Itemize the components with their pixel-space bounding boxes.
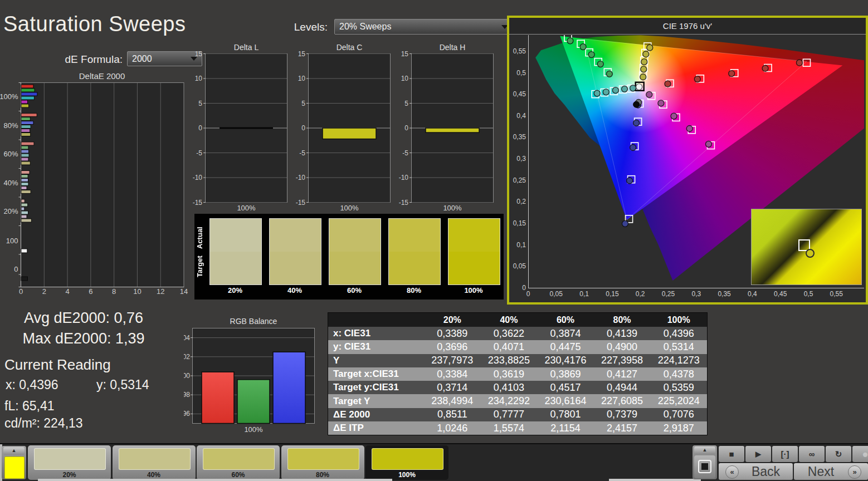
svg-text:Delta L: Delta L <box>234 43 259 52</box>
bottom-strip <box>38 479 392 481</box>
svg-text:-5: -5 <box>196 149 202 157</box>
measure-once-button[interactable]: [·] <box>772 446 798 462</box>
cie-measured-dot-red <box>762 65 768 71</box>
deltae-bar <box>21 89 35 92</box>
cie-chart-title: CIE 1976 u'v' <box>509 18 866 35</box>
current-reading-heading: Current Reading <box>4 356 111 374</box>
cie-y-tick: 0,4 <box>510 112 526 120</box>
inset-measured-dot <box>806 249 815 258</box>
patch-button-40%[interactable]: 40% <box>113 445 196 480</box>
svg-text:5: 5 <box>404 100 408 107</box>
table-row-label: Target y:CIE31 <box>328 382 424 393</box>
cie-measured-dot-red <box>729 71 735 77</box>
svg-text:100%: 100% <box>244 425 263 434</box>
levels-dropdown[interactable]: 20% Sweeps <box>334 19 513 35</box>
svg-text:4: 4 <box>65 287 69 294</box>
table-cell: 0,8511 <box>424 409 481 420</box>
table-row: y: CIE310,36960,40710,44750,49000,5314 <box>328 340 707 354</box>
table-row: ΔE ITP1,02461,55742,11542,41572,9187 <box>328 421 707 435</box>
table-header-cell: 40% <box>481 315 538 325</box>
deltae-bar <box>21 100 27 104</box>
back-button-label: Back <box>739 464 793 479</box>
table-row: Target Y238,4994234,2292230,6164227,6085… <box>328 394 707 408</box>
svg-text:Delta C: Delta C <box>337 43 363 52</box>
table-cell: 0,5359 <box>650 382 707 394</box>
meter-collapse-button[interactable]: ▲ <box>694 446 715 454</box>
svg-text:102: 102 <box>184 353 190 361</box>
table-row-label: Target x:CIE31 <box>328 369 424 380</box>
levels-label: Levels: <box>283 21 328 33</box>
deltae-bar <box>21 114 37 117</box>
patch-button-80%[interactable]: 80% <box>281 445 364 480</box>
svg-text:Delta H: Delta H <box>440 43 466 52</box>
next-button[interactable]: Next» <box>794 463 868 480</box>
stop-button[interactable]: ■ <box>719 446 744 462</box>
table-cell: 233,8825 <box>481 355 538 366</box>
patch-button-60%[interactable]: 60% <box>197 445 280 480</box>
table-cell: 0,3874 <box>537 328 594 340</box>
record-button[interactable]: ● <box>852 446 868 462</box>
back-button[interactable]: «Back <box>719 463 793 480</box>
table-cell: 0,7801 <box>537 409 594 420</box>
table-cell: 0,4900 <box>594 341 651 353</box>
patch-swatch-label: 100% <box>447 286 500 295</box>
cie-zoom-inset <box>751 209 862 285</box>
deltae-bar <box>21 211 28 214</box>
patch-button-100%[interactable]: 100% <box>365 445 448 480</box>
deltae-bar <box>21 171 30 174</box>
cie-y-tick: 0,1 <box>510 241 526 249</box>
bottom-control-bar: ▲20%40%60%80%100%▲■▶[·]∞↻●«BackNext» <box>0 443 868 481</box>
deltae-bar <box>21 219 31 222</box>
table-cell: 225,2024 <box>650 395 707 407</box>
patch-button-label: 100% <box>365 471 448 479</box>
deltae-bar <box>21 85 33 88</box>
table-row: Target x:CIE310,33840,36190,38690,41270,… <box>328 367 707 381</box>
table-cell: 0,3384 <box>424 369 481 380</box>
play-button[interactable]: ▶ <box>745 446 771 462</box>
svg-text:100%: 100% <box>237 204 256 212</box>
table-header-cell: 60% <box>537 315 594 325</box>
patch-button-swatch <box>287 448 359 470</box>
table-header-cell: 80% <box>594 315 651 325</box>
deltae-bar <box>21 96 34 100</box>
cie-target-square-red <box>803 59 810 66</box>
patch-swatch-label: 80% <box>388 286 440 295</box>
cie-measured-dot-yellow <box>647 45 653 51</box>
table-cell: 0,3714 <box>424 382 481 394</box>
svg-text:6: 6 <box>89 287 92 294</box>
cie-x-tick: 0,35 <box>713 290 735 298</box>
cie-measured-dot-green <box>580 44 586 50</box>
svg-text:-15: -15 <box>399 199 409 207</box>
patch-swatch-80% <box>388 218 441 285</box>
generator-collapse-button[interactable]: ▲ <box>3 447 25 455</box>
table-cell: 0,4127 <box>594 369 651 380</box>
svg-text:5: 5 <box>198 100 202 107</box>
deltae-bar <box>21 183 28 186</box>
next-chevron-icon: » <box>848 465 861 479</box>
cie-y-tick: 0,5 <box>510 69 526 77</box>
refresh-button[interactable]: ↻ <box>826 446 851 462</box>
deltae-bar <box>21 175 28 178</box>
table-row-label: ΔE 2000 <box>328 409 424 420</box>
measure-continuous-button[interactable]: ∞ <box>799 446 825 462</box>
cie-y-tick: 0,15 <box>510 219 526 227</box>
cie-y-tick: 0,05 <box>510 262 526 270</box>
patch-button-20%[interactable]: 20% <box>28 445 111 480</box>
target-window-button[interactable] <box>694 455 715 478</box>
svg-text:15: 15 <box>298 50 306 58</box>
current-x: x: 0,4396 <box>6 377 58 392</box>
table-cell: 0,4944 <box>594 382 651 394</box>
cie-x-tick: 0,1 <box>573 290 596 298</box>
patch-button-swatch <box>203 448 275 470</box>
table-cell: 0,4103 <box>481 382 538 394</box>
deltae-bar <box>21 146 28 149</box>
deltae-bar <box>21 215 27 218</box>
cie-x-tick: 0,55 <box>825 290 847 298</box>
cie-measured-dot-cyan <box>603 89 609 95</box>
svg-text:5: 5 <box>301 100 305 107</box>
table-cell: 0,7777 <box>481 409 538 420</box>
delta-lch-charts: Delta L151050-5-10-15100%Delta C151050-5… <box>189 43 513 219</box>
cie-measured-dot-magenta <box>658 100 664 106</box>
table-cell: 227,6085 <box>594 395 651 407</box>
table-row-label: Y <box>328 355 424 366</box>
